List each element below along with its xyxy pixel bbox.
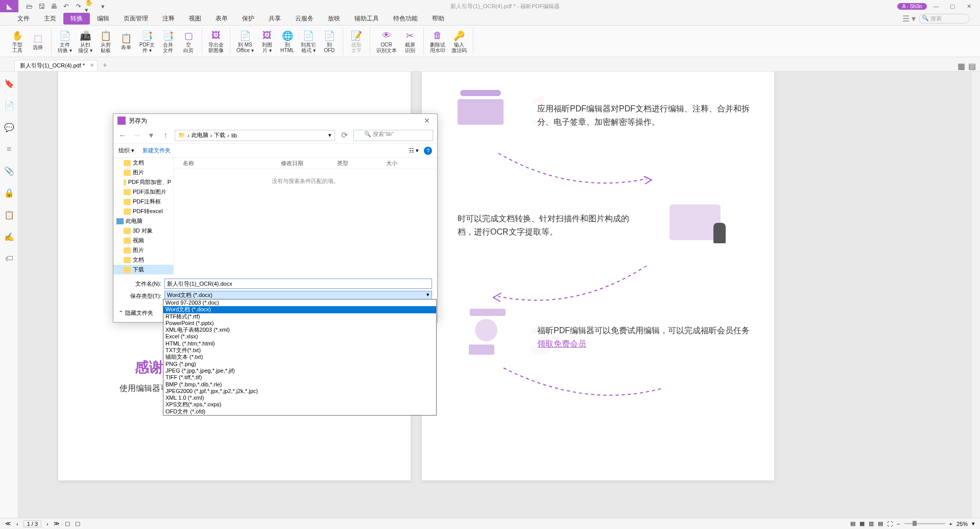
ribbon-OCR识别文本[interactable]: 👁OCR 识别文本 — [373, 28, 400, 55]
dialog-close-button[interactable]: ✕ — [421, 117, 433, 125]
ribbon-输入激活码[interactable]: 🔑输入 激活码 — [448, 28, 470, 55]
tree-item[interactable]: 文档 — [113, 158, 173, 168]
filename-input[interactable] — [164, 279, 432, 289]
dialog-titlebar[interactable]: 另存为 ✕ — [113, 114, 437, 127]
ribbon-选择[interactable]: ⬚选择 — [28, 28, 48, 55]
zoom-level[interactable]: 25% — [957, 521, 968, 527]
menu-转换[interactable]: 转换 — [63, 13, 90, 25]
ribbon-表单[interactable]: 📋表单 — [116, 28, 136, 55]
ribbon-删除试用水印[interactable]: 🗑删除试 用水印 — [427, 28, 448, 55]
tree-item[interactable]: PDF局部加密、P — [113, 177, 173, 187]
organize-button[interactable]: 组织 ▾ — [118, 147, 134, 154]
format-option[interactable]: XML 1.0 (*.xml) — [163, 395, 436, 401]
zoom-dropdown-icon[interactable]: ▾ — [972, 520, 975, 527]
save-icon[interactable]: 🖫 — [36, 1, 47, 11]
tree-item[interactable]: 3D 对象 — [113, 226, 173, 236]
close-button[interactable]: ✕ — [962, 1, 976, 11]
ribbon-到其它格式▾[interactable]: 📄到其它 格式 ▾ — [298, 28, 319, 55]
user-badge[interactable]: A - Sh3n — [897, 3, 927, 10]
sb-icon[interactable]: ▢ — [75, 520, 80, 527]
menu-云服务[interactable]: 云服务 — [288, 13, 321, 25]
view-mode-icon[interactable]: ☷ ▾ — [409, 147, 419, 154]
breadcrumb-dropdown-icon[interactable]: ▾ — [328, 132, 331, 139]
tree-item[interactable]: 下载 — [113, 265, 173, 274]
lock-icon[interactable]: 🔒 — [4, 188, 14, 198]
ribbon-PDF文件▾[interactable]: 📑PDF文 件 ▾ — [136, 28, 158, 55]
tree-item[interactable]: 此电脑 — [113, 216, 173, 226]
format-option[interactable]: PNG (*.png) — [163, 361, 436, 367]
col-name[interactable]: 名称 — [174, 159, 281, 167]
format-option[interactable]: 辅助文本 (*.txt) — [163, 354, 436, 360]
breadcrumb[interactable]: 📁 › 此电脑 › 下载 › lib ▾ — [175, 130, 335, 141]
pages-icon[interactable]: 📄 — [4, 101, 14, 110]
col-size[interactable]: 大小 — [386, 159, 397, 167]
sb-icon[interactable]: ▢ — [65, 520, 70, 527]
open-icon[interactable]: 🗁 — [23, 1, 35, 11]
ribbon-空白页[interactable]: ▢空 白页 — [178, 28, 199, 55]
format-option[interactable]: Excel (*.xlsx) — [163, 333, 436, 340]
menu-辅助工具[interactable]: 辅助工具 — [347, 13, 386, 25]
ribbon-从剪贴板[interactable]: 📋从剪 贴板 — [95, 28, 116, 55]
format-option[interactable]: XPS文档(*.xps,*.oxps) — [163, 401, 436, 408]
zoom-out-icon[interactable]: − — [897, 521, 900, 527]
ribbon-到OFD[interactable]: 📄到 OFD — [319, 28, 340, 55]
nav-forward-icon[interactable]: → — [132, 131, 142, 140]
undo-icon[interactable]: ↶ — [60, 1, 71, 11]
search-input[interactable]: 🔍 搜索 — [919, 14, 970, 24]
filetype-dropdown[interactable]: Word 97-2003 (*.doc)Word文档 (*.docx)RTF格式… — [163, 299, 437, 416]
tree-item[interactable]: PDF添加图片 — [113, 187, 173, 197]
maximize-button[interactable]: ▢ — [945, 1, 960, 11]
view-panel-icon[interactable]: ▤ — [968, 61, 976, 71]
folder-tree[interactable]: 文档图片PDF局部加密、PPDF添加图片PDF注释框PDF转excel此电脑3D… — [113, 158, 174, 275]
view-grid-icon[interactable]: ▦ — [958, 61, 965, 71]
signature-icon[interactable]: ✍ — [4, 232, 14, 242]
next-page-icon[interactable]: › — [46, 521, 49, 527]
right-scrollbar[interactable] — [971, 72, 980, 521]
minimize-button[interactable]: — — [929, 1, 943, 11]
menu-视图[interactable]: 视图 — [182, 13, 208, 25]
document-tab[interactable]: 新人引导(1)_OCR(4).pdf * ✕ — [14, 60, 98, 71]
view-icon[interactable]: ▤ — [850, 520, 855, 527]
ribbon-截屏识别[interactable]: ✂截屏 识别 — [400, 28, 420, 55]
close-tab-icon[interactable]: ✕ — [90, 62, 94, 68]
ribbon-提取文字[interactable]: 📝提取 文字 — [346, 28, 367, 55]
format-option[interactable]: RTF格式(*.rtf) — [163, 313, 436, 320]
ribbon-合并文件[interactable]: 📑合并 文件 — [158, 28, 178, 55]
view-icon[interactable]: ▦ — [859, 520, 865, 527]
dialog-search-input[interactable]: 🔍 搜索"lib" — [353, 130, 433, 141]
menu-注释[interactable]: 注释 — [155, 13, 182, 25]
tree-item[interactable]: PDF转excel — [113, 206, 173, 216]
prev-page-icon[interactable]: ‹ — [16, 521, 18, 527]
ribbon-到MSOffice▾[interactable]: 📄到 MS Office ▾ — [233, 28, 257, 55]
format-option[interactable]: Word文档 (*.docx) — [163, 306, 436, 313]
hide-folders-button[interactable]: 隐藏文件夹 — [125, 309, 153, 317]
first-page-icon[interactable]: ≪ — [5, 520, 11, 527]
nav-up-icon[interactable]: ↑ — [160, 131, 171, 140]
new-tab-button[interactable]: + — [103, 61, 107, 71]
col-date[interactable]: 修改日期 — [281, 159, 337, 167]
new-folder-button[interactable]: 新建文件夹 — [142, 147, 171, 154]
tree-item[interactable]: 文档 — [113, 255, 173, 265]
menu-表单[interactable]: 表单 — [208, 13, 235, 25]
form-icon[interactable]: 📋 — [4, 210, 14, 220]
tree-item[interactable]: PDF注释框 — [113, 197, 173, 206]
ribbon-到HTML[interactable]: 🌐到 HTML — [277, 28, 298, 55]
view-icon[interactable]: ⛶ — [887, 521, 893, 527]
attachments-icon[interactable]: 📎 — [4, 166, 14, 176]
tree-item[interactable]: 图片 — [113, 245, 173, 255]
page-indicator[interactable]: 1 / 3 — [23, 520, 41, 527]
zoom-slider[interactable] — [904, 523, 945, 524]
qat-more-icon[interactable]: ▾ — [97, 1, 108, 11]
zoom-in-icon[interactable]: + — [949, 521, 952, 527]
format-option[interactable]: TIFF (*.tiff,*.tif) — [163, 374, 436, 381]
format-option[interactable]: TXT文件(*.txt) — [163, 347, 436, 354]
nav-back-icon[interactable]: ← — [117, 131, 128, 140]
breadcrumb-item[interactable]: lib — [231, 132, 237, 139]
ribbon-导出全部图像[interactable]: 🖼导出全 部图像 — [205, 28, 227, 55]
format-option[interactable]: Word 97-2003 (*.doc) — [163, 300, 436, 306]
refresh-icon[interactable]: ⟳ — [339, 130, 349, 140]
last-page-icon[interactable]: ≫ — [54, 520, 60, 527]
settings-icon[interactable]: ☰ ▾ — [902, 14, 916, 24]
format-option[interactable]: PowerPoint (*.pptx) — [163, 320, 436, 327]
menu-帮助[interactable]: 帮助 — [425, 13, 451, 25]
